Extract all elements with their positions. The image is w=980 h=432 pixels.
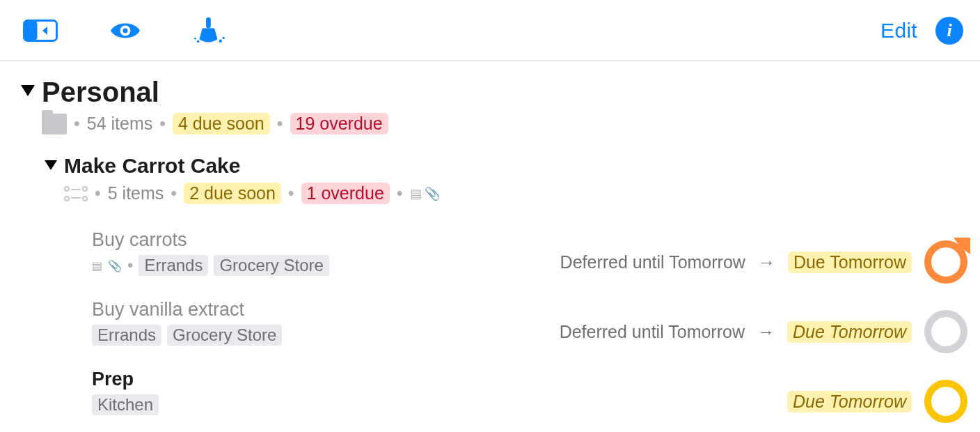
eye-icon <box>108 17 143 45</box>
project-title: Make Carrot Cake <box>64 154 440 177</box>
toolbar-left <box>22 13 228 49</box>
info-button[interactable]: i <box>935 17 963 45</box>
due-label: Due Tomorrow <box>788 252 912 273</box>
separator-dot: • <box>95 183 101 203</box>
sidebar-toggle-icon <box>23 17 58 45</box>
task-right: Deferred until Tomorrow→Due Tomorrow <box>560 310 967 353</box>
svg-point-7 <box>222 36 224 38</box>
project-header[interactable]: Make Carrot Cake • 5 items • 2 due soon … <box>45 154 980 204</box>
sidebar-toggle-button[interactable] <box>22 13 58 49</box>
svg-point-4 <box>123 28 128 33</box>
project-item-count: 5 items <box>108 183 164 203</box>
disclosure-triangle-icon[interactable] <box>21 85 35 96</box>
task-title: Buy vanilla extract <box>92 298 560 321</box>
task-tag[interactable]: Kitchen <box>92 394 159 415</box>
cleanup-button[interactable] <box>192 13 228 49</box>
task-left: Buy vanilla extractErrandsGrocery Store <box>92 298 560 346</box>
folder-header[interactable]: Personal • 54 items • 4 due soon • 19 ov… <box>21 77 980 134</box>
status-circle[interactable] <box>924 240 967 284</box>
edit-button[interactable]: Edit <box>880 19 917 43</box>
due-soon-badge: 4 due soon <box>173 113 270 134</box>
task-meta: Kitchen <box>92 394 787 415</box>
separator-dot: • <box>397 183 403 203</box>
attachment-indicator-icon: 📎 <box>108 259 122 272</box>
note-indicator-icon: ▤ <box>410 186 422 201</box>
project-header-body: Make Carrot Cake • 5 items • 2 due soon … <box>64 154 440 204</box>
separator-dot: • <box>127 256 133 275</box>
info-icon: i <box>947 20 951 41</box>
toolbar-right: Edit i <box>880 17 963 45</box>
defer-label: Deferred until Tomorrow <box>560 252 745 272</box>
folder-item-count: 54 items <box>87 114 152 134</box>
separator-dot: • <box>159 114 166 134</box>
due-label: Due Tomorrow <box>787 321 912 343</box>
project-block: Make Carrot Cake • 5 items • 2 due soon … <box>45 154 980 423</box>
overdue-badge: 19 overdue <box>290 113 388 134</box>
svg-point-6 <box>219 39 222 42</box>
overdue-badge: 1 overdue <box>301 183 390 204</box>
broom-icon <box>192 13 228 48</box>
task-row[interactable]: PrepKitchenDue Tomorrow <box>92 360 980 423</box>
content: Personal • 54 items • 4 due soon • 19 ov… <box>0 61 980 423</box>
note-indicator-icon: ▤ <box>92 259 102 272</box>
folder-title: Personal <box>42 77 388 107</box>
arrow-icon: → <box>758 252 775 272</box>
task-title: Buy carrots <box>92 229 560 251</box>
task-right: Due Tomorrow <box>787 380 967 423</box>
attachment-indicator-icon: 📎 <box>425 186 440 201</box>
task-tag[interactable]: Errands <box>139 255 208 276</box>
task-tag[interactable]: Grocery Store <box>214 255 329 276</box>
task-list: Buy carrots▤📎•ErrandsGrocery StoreDeferr… <box>92 221 980 423</box>
task-meta: ErrandsGrocery Store <box>92 325 560 346</box>
arrow-icon: → <box>757 322 775 342</box>
task-tag[interactable]: Grocery Store <box>167 325 282 346</box>
svg-rect-1 <box>24 20 38 40</box>
task-row[interactable]: Buy carrots▤📎•ErrandsGrocery StoreDeferr… <box>92 221 980 284</box>
project-meta: • 5 items • 2 due soon • 1 overdue • ▤ 📎 <box>64 183 440 204</box>
defer-label: Deferred until Tomorrow <box>560 322 745 342</box>
task-row[interactable]: Buy vanilla extractErrandsGrocery StoreD… <box>92 291 980 353</box>
due-soon-badge: 2 due soon <box>184 183 281 204</box>
task-title: Prep <box>92 368 787 390</box>
task-right: Deferred until Tomorrow→Due Tomorrow <box>560 240 967 284</box>
svg-rect-5 <box>206 17 211 28</box>
folder-meta: • 54 items • 4 due soon • 19 overdue <box>42 113 388 134</box>
project-extra-icons: ▤ 📎 <box>410 186 440 201</box>
toolbar: Edit i <box>0 0 980 61</box>
view-button[interactable] <box>107 13 143 49</box>
disclosure-triangle-icon[interactable] <box>45 160 57 170</box>
svg-marker-2 <box>42 26 47 35</box>
status-circle[interactable] <box>924 310 967 353</box>
separator-dot: • <box>74 114 80 134</box>
task-left: Buy carrots▤📎•ErrandsGrocery Store <box>92 229 560 276</box>
task-meta: ▤📎•ErrandsGrocery Store <box>92 255 560 276</box>
separator-dot: • <box>277 114 283 134</box>
status-circle[interactable] <box>924 380 967 423</box>
project-icon <box>64 186 88 201</box>
separator-dot: • <box>288 183 294 203</box>
svg-point-9 <box>194 37 196 39</box>
svg-point-8 <box>197 40 199 42</box>
task-tag[interactable]: Errands <box>92 325 161 346</box>
folder-header-body: Personal • 54 items • 4 due soon • 19 ov… <box>42 77 388 134</box>
folder-icon <box>42 114 67 134</box>
due-label: Due Tomorrow <box>787 391 912 412</box>
task-left: PrepKitchen <box>92 368 787 415</box>
separator-dot: • <box>171 183 177 203</box>
